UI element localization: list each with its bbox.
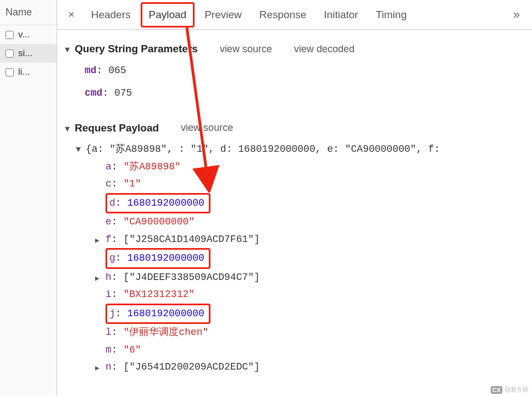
row-checkbox[interactable]	[5, 31, 14, 39]
tab-payload[interactable]: Payload	[141, 2, 195, 28]
param-value: 065	[108, 65, 126, 76]
param-key: cmd	[85, 87, 102, 98]
caret-right-icon[interactable]: ▶	[95, 273, 99, 285]
caret-right-icon[interactable]: ▶	[95, 235, 99, 248]
payload-prop-j[interactable]: j: 1680192000000	[76, 304, 529, 324]
row-checkbox[interactable]	[5, 50, 14, 58]
payload-prop-c[interactable]: c: "1"	[76, 175, 529, 193]
sidebar: Name v... si... li...	[0, 0, 57, 396]
payload-prop-a[interactable]: a: "苏A89898"	[76, 158, 529, 176]
caret-right-icon[interactable]: ▶	[95, 362, 99, 375]
main-panel: × Headers Payload Preview Response Initi…	[57, 0, 532, 396]
caret-down-icon: ▼	[65, 43, 73, 58]
payload-prop-f[interactable]: ▶f: ["J258CA1D1409ACD7F61"]	[76, 231, 529, 249]
payload-prop-m[interactable]: m: "6"	[76, 342, 529, 359]
close-icon[interactable]: ×	[62, 8, 81, 21]
highlight-box: j: 1680192000000	[106, 304, 210, 324]
payload-prop-d[interactable]: d: 1680192000000	[76, 193, 529, 214]
highlight-box: d: 1680192000000	[106, 193, 210, 214]
sidebar-item-label: v...	[18, 29, 30, 40]
sidebar-item[interactable]: si...	[0, 44, 57, 63]
query-string-header[interactable]: ▼Query String Parameters view source vie…	[65, 40, 529, 59]
caret-down-icon: ▼	[65, 123, 73, 137]
tab-timing[interactable]: Timing	[368, 2, 414, 28]
payload-prop-e[interactable]: e: "CA90000000"	[76, 213, 529, 231]
query-string-body: md: 065 cmd: 075	[65, 62, 529, 102]
payload-summary[interactable]: ▼{a: "苏A89898", : "1", d: 1680192000000,…	[76, 141, 529, 158]
param-key: md	[85, 65, 97, 76]
sidebar-header: Name	[0, 0, 57, 25]
view-source-link[interactable]: view source	[181, 119, 233, 137]
highlight-box: g: 1680192000000	[106, 248, 210, 269]
payload-prop-g[interactable]: g: 1680192000000	[76, 248, 529, 269]
payload-prop-h[interactable]: ▶h: ["J4DEEF338509ACD94C7"]	[76, 269, 529, 287]
param-row: cmd: 075	[85, 85, 529, 102]
view-source-link[interactable]: view source	[220, 41, 272, 58]
request-payload-header[interactable]: ▼Request Payload view source	[65, 119, 529, 138]
section-title: Query String Parameters	[75, 43, 198, 54]
tabs-overflow-icon[interactable]: »	[506, 8, 528, 22]
param-row: md: 065	[85, 62, 529, 80]
section-title: Request Payload	[75, 122, 159, 134]
watermark-text: 创新互联	[505, 386, 529, 394]
tab-preview[interactable]: Preview	[197, 2, 250, 28]
payload-prop-l[interactable]: l: "伊丽华调度chen"	[76, 324, 529, 342]
sidebar-item-label: li...	[18, 67, 30, 78]
caret-down-icon: ▼	[76, 143, 84, 157]
tab-headers[interactable]: Headers	[84, 2, 138, 28]
view-decoded-link[interactable]: view decoded	[294, 41, 354, 58]
tab-initiator[interactable]: Initiator	[316, 2, 365, 28]
watermark-badge: CX	[491, 386, 502, 394]
watermark: CX 创新互联	[491, 386, 529, 394]
row-checkbox[interactable]	[5, 68, 14, 76]
payload-prop-i[interactable]: i: "BX12312312"	[76, 286, 529, 304]
sidebar-item[interactable]: v...	[0, 25, 57, 44]
sidebar-item-label: si...	[18, 48, 32, 59]
sidebar-item[interactable]: li...	[0, 63, 57, 81]
tab-response[interactable]: Response	[252, 2, 314, 28]
param-value: 075	[114, 87, 132, 98]
payload-body: ▼{a: "苏A89898", : "1", d: 1680192000000,…	[65, 141, 529, 376]
payload-prop-n[interactable]: ▶n: ["J6541D200209ACD2EDC"]	[76, 359, 529, 376]
tab-bar: × Headers Payload Preview Response Initi…	[57, 0, 532, 30]
content-area: ▼Query String Parameters view source vie…	[57, 30, 532, 396]
